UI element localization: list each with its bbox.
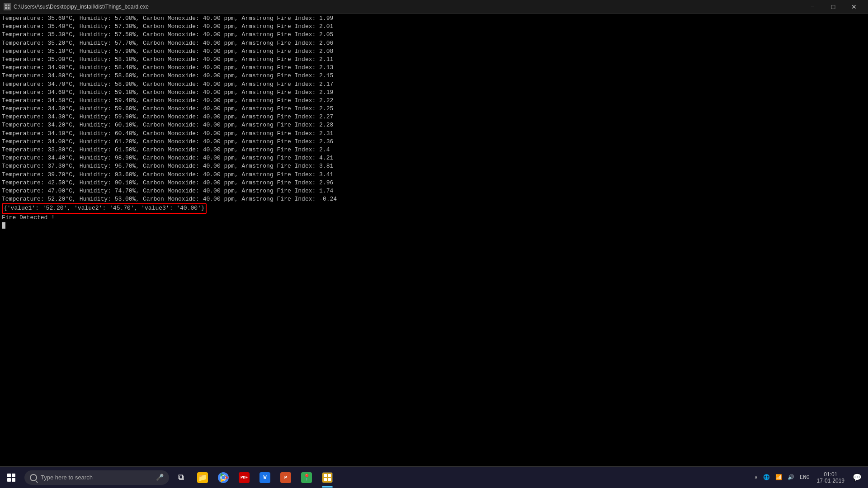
microphone-icon[interactable]: 🎤	[156, 474, 164, 481]
console-line: Temperature: 37.30°C, Humidity: 96.70%, …	[2, 162, 866, 170]
svg-rect-2	[8, 5, 9, 6]
console-line: Temperature: 35.20°C, Humidity: 57.70%, …	[2, 39, 866, 47]
svg-rect-1	[5, 5, 7, 6]
start-button[interactable]	[0, 467, 23, 488]
taskbar-app-file-explorer[interactable]: 📁	[193, 467, 212, 488]
console-line: Temperature: 34.90°C, Humidity: 58.40%, …	[2, 64, 866, 72]
console-line: Temperature: 39.70°C, Humidity: 93.60%, …	[2, 171, 866, 179]
language-indicator[interactable]: ENG	[798, 473, 811, 483]
maximize-button[interactable]: □	[823, 0, 844, 14]
taskbar-app-acrobat[interactable]: PDF	[234, 467, 254, 488]
search-icon	[30, 474, 37, 481]
console-line: Temperature: 34.60°C, Humidity: 59.10%, …	[2, 89, 866, 97]
svg-point-8	[222, 476, 225, 479]
wifi-icon[interactable]: 📶	[774, 472, 784, 483]
console-output: Temperature: 35.60°C, Humidity: 57.00%, …	[0, 14, 868, 466]
console-line: Temperature: 33.80°C, Humidity: 61.50%, …	[2, 146, 866, 154]
file-explorer-icon: 📁	[197, 472, 208, 483]
svg-rect-4	[8, 7, 9, 9]
notification-button[interactable]: 💬	[850, 467, 864, 488]
taskbar-app-thingsboard[interactable]	[317, 467, 337, 488]
console-line: Temperature: 35.40°C, Humidity: 57.30%, …	[2, 23, 866, 31]
window-title: C:\Users\Asus\Desktop\py_install\dist\Th…	[14, 4, 149, 10]
app-icon-small	[4, 3, 11, 10]
console-line: Temperature: 34.50°C, Humidity: 59.40%, …	[2, 97, 866, 105]
svg-rect-12	[324, 478, 327, 481]
svg-rect-10	[324, 474, 327, 477]
console-line: Temperature: 34.80°C, Humidity: 58.60%, …	[2, 72, 866, 80]
console-line: Temperature: 42.50°C, Humidity: 90.10%, …	[2, 179, 866, 187]
powerpoint-icon: P	[280, 472, 291, 483]
volume-icon[interactable]: 🔊	[786, 472, 796, 483]
title-bar-left: C:\Users\Asus\Desktop\py_install\dist\Th…	[4, 3, 149, 10]
search-bar[interactable]: Type here to search 🎤	[24, 470, 169, 485]
thingsboard-icon	[322, 472, 333, 483]
console-line: Temperature: 35.30°C, Humidity: 57.50%, …	[2, 31, 866, 39]
highlighted-dict-line: {'value1': '52.20', 'value2': '45.70', '…	[2, 203, 866, 213]
windows-icon	[7, 474, 15, 482]
svg-rect-13	[328, 478, 331, 481]
word-icon: W	[259, 472, 270, 483]
console-line: Temperature: 34.20°C, Humidity: 60.10%, …	[2, 121, 866, 129]
taskbar-app-powerpoint[interactable]: P	[276, 467, 296, 488]
clock-date: 17-01-2019	[817, 478, 844, 484]
system-clock[interactable]: 01:01 17-01-2019	[813, 471, 848, 484]
taskbar-app-word[interactable]: W	[255, 467, 275, 488]
maps-icon: 📍	[301, 472, 312, 483]
console-line: Temperature: 35.60°C, Humidity: 57.00%, …	[2, 14, 866, 23]
console-line: Temperature: 34.10°C, Humidity: 60.40%, …	[2, 130, 866, 138]
console-line: Temperature: 52.20°C, Humidity: 53.00%, …	[2, 195, 866, 203]
console-line: Temperature: 35.10°C, Humidity: 57.90%, …	[2, 47, 866, 56]
taskbar-app-chrome[interactable]	[213, 467, 233, 488]
minimize-button[interactable]: −	[802, 0, 823, 14]
console-line: Temperature: 35.00°C, Humidity: 58.10%, …	[2, 56, 866, 64]
cursor	[2, 222, 5, 229]
fire-detected-line: Fire Detected !	[2, 214, 866, 222]
title-bar: C:\Users\Asus\Desktop\py_install\dist\Th…	[0, 0, 868, 14]
svg-rect-11	[328, 474, 331, 477]
taskbar-app-maps[interactable]: 📍	[297, 467, 316, 488]
taskbar: Type here to search 🎤 ⧉ 📁 PDF	[0, 466, 868, 488]
cursor-line	[2, 222, 866, 230]
search-placeholder: Type here to search	[41, 474, 93, 481]
console-line: Temperature: 34.30°C, Humidity: 59.90%, …	[2, 113, 866, 121]
taskbar-right: ∧ 🌐 📶 🔊 ENG 01:01 17-01-2019 💬	[753, 467, 868, 488]
console-line: Temperature: 34.30°C, Humidity: 59.60%, …	[2, 105, 866, 113]
chrome-icon	[218, 472, 229, 483]
close-button[interactable]: ✕	[844, 0, 864, 14]
clock-time: 01:01	[817, 471, 844, 478]
title-bar-controls: − □ ✕	[802, 0, 864, 14]
svg-rect-3	[5, 7, 7, 9]
console-line: Temperature: 34.00°C, Humidity: 61.20%, …	[2, 138, 866, 146]
acrobat-icon: PDF	[239, 472, 250, 483]
task-view-button[interactable]: ⧉	[171, 467, 191, 488]
tray-chevron-icon[interactable]: ∧	[753, 472, 760, 483]
notification-icon: 💬	[853, 473, 862, 482]
network-icon[interactable]: 🌐	[761, 472, 772, 483]
console-lines: Temperature: 35.60°C, Humidity: 57.00%, …	[2, 14, 866, 203]
console-line: Temperature: 34.70°C, Humidity: 58.90%, …	[2, 80, 866, 89]
console-line: Temperature: 34.40°C, Humidity: 98.90%, …	[2, 154, 866, 162]
taskbar-apps: 📁 PDF W P 📍	[193, 467, 337, 488]
task-view-icon: ⧉	[178, 473, 184, 482]
console-line: Temperature: 47.00°C, Humidity: 74.70%, …	[2, 187, 866, 195]
